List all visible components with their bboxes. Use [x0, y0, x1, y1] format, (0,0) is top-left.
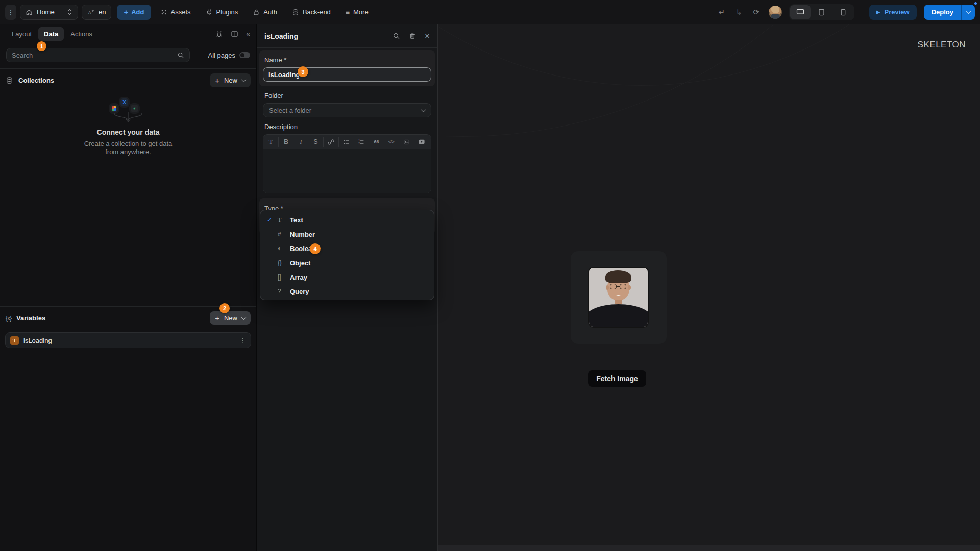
plug-icon [206, 9, 213, 16]
text-icon: T [278, 216, 288, 224]
strikethrough-button[interactable]: S [308, 135, 323, 149]
folder-label: Folder [264, 92, 430, 99]
plus-icon: + [124, 8, 128, 16]
user-avatar[interactable] [769, 6, 782, 19]
canvas-app-title[interactable]: SKELETON [918, 40, 966, 50]
nav-plugins[interactable]: Plugins [200, 5, 244, 20]
name-input[interactable] [268, 71, 299, 79]
step-badge-4: 4 [310, 243, 321, 254]
connector-lines [100, 112, 156, 125]
nav-assets[interactable]: Assets [155, 5, 197, 20]
variable-editor-panel: isLoading × Name * Folder Select a folde… [256, 24, 438, 551]
collections-title: Collections [18, 77, 54, 84]
italic-button[interactable]: I [293, 135, 308, 149]
play-icon: ▶ [876, 9, 880, 15]
refresh-icon: ⟳ [753, 8, 760, 16]
new-collection-button[interactable]: + New [210, 73, 251, 87]
collections-header: Collections + New [0, 69, 256, 92]
type-option-text[interactable]: ✓ T Text [260, 213, 434, 227]
folder-placeholder: Select a folder [269, 107, 311, 114]
language-selector[interactable]: A en [82, 5, 111, 20]
tab-actions[interactable]: Actions [65, 27, 98, 41]
type-option-array[interactable]: [] Array [260, 270, 434, 284]
tab-layout[interactable]: Layout [6, 27, 37, 41]
link-icon [328, 139, 334, 145]
object-icon: {} [278, 259, 288, 266]
tablet-icon [818, 9, 825, 16]
canvas-image-card[interactable] [571, 251, 667, 344]
find-usage-button[interactable] [393, 32, 400, 40]
folder-select[interactable]: Select a folder [263, 103, 431, 117]
description-textarea[interactable] [263, 149, 431, 193]
bullet-list-button[interactable] [339, 135, 354, 149]
variable-editor-title: isLoading [264, 32, 298, 40]
deploy-options-button[interactable] [961, 5, 975, 20]
device-desktop-button[interactable] [790, 5, 811, 19]
collapse-panel-button[interactable]: « [246, 30, 250, 38]
type-option-boolean[interactable]: ◐ Boolean [260, 241, 434, 256]
editor-canvas: SKELETON Fetch Image [438, 24, 980, 551]
canvas-portrait-image[interactable] [588, 267, 649, 328]
search-input[interactable] [12, 52, 177, 59]
notification-dot [974, 2, 977, 5]
type-option-object[interactable]: {} Object [260, 256, 434, 270]
text-style-button[interactable]: T [263, 135, 278, 149]
empty-state-title: Connect your data [0, 128, 256, 136]
nav-more[interactable]: ≡ More [340, 5, 374, 20]
add-label: Add [131, 8, 144, 16]
close-icon: × [425, 31, 430, 41]
link-button[interactable] [324, 135, 338, 149]
hamburger-icon: ≡ [346, 8, 350, 16]
main-menu-button[interactable]: ⋮ [5, 5, 16, 20]
variable-row-isloading[interactable]: T isLoading ⋮ [5, 332, 251, 348]
redo-button[interactable]: ↳ [734, 8, 744, 17]
ordered-list-button[interactable]: 12 [354, 135, 369, 149]
data-sources-graphic: X ⚡ [100, 93, 156, 124]
chevron-down-icon [241, 315, 247, 320]
split-panel-button[interactable] [231, 30, 238, 38]
type-option-query[interactable]: ? Query [260, 284, 434, 298]
variable-menu-button[interactable]: ⋮ [239, 337, 246, 344]
new-variable-button[interactable]: + New [210, 311, 251, 325]
undo-button[interactable]: ↵ [717, 8, 727, 17]
rich-text-toolbar: T B I S 12 66 </> [263, 135, 431, 149]
language-value: en [99, 8, 106, 16]
tab-data[interactable]: Data [38, 27, 64, 41]
deploy-label: Deploy [932, 8, 953, 16]
number-icon: # [278, 231, 288, 238]
type-option-number[interactable]: # Number [260, 227, 434, 241]
deploy-button[interactable]: Deploy [924, 5, 961, 20]
bold-button[interactable]: B [279, 135, 293, 149]
variable-name: isLoading [23, 337, 52, 344]
insert-image-button[interactable] [399, 135, 414, 149]
boolean-icon: ◐ [278, 245, 288, 252]
chevron-down-icon [421, 107, 426, 112]
device-tablet-button[interactable] [812, 5, 832, 19]
preview-button[interactable]: ▶ Preview [869, 5, 917, 20]
search-box [6, 48, 190, 62]
delete-variable-button[interactable] [409, 32, 416, 40]
variables-icon: {x} [6, 315, 11, 322]
blockquote-button[interactable]: 66 [369, 135, 384, 149]
fetch-image-button[interactable]: Fetch Image [588, 370, 646, 387]
nav-auth[interactable]: Auth [247, 5, 283, 20]
query-icon: ? [278, 288, 288, 295]
svg-text:1: 1 [358, 139, 360, 142]
close-panel-button[interactable]: × [425, 31, 430, 41]
nav-assets-label: Assets [171, 8, 191, 16]
page-selector-value: Home [37, 8, 63, 16]
add-button[interactable]: + Add [117, 5, 151, 20]
debug-button[interactable] [215, 30, 223, 38]
page-selector[interactable]: Home [20, 5, 78, 20]
device-switcher [789, 4, 854, 20]
xano-icon: X [120, 98, 128, 106]
assets-grid-icon [160, 9, 167, 16]
device-mobile-button[interactable] [833, 5, 853, 19]
code-button[interactable]: </> [384, 135, 399, 149]
refresh-button[interactable]: ⟳ [751, 8, 762, 17]
step-badge-2: 2 [219, 303, 230, 313]
insert-video-button[interactable] [414, 135, 429, 149]
text-type-icon: T [10, 336, 19, 345]
all-pages-toggle[interactable] [239, 52, 250, 58]
nav-backend[interactable]: Back-end [286, 5, 336, 20]
